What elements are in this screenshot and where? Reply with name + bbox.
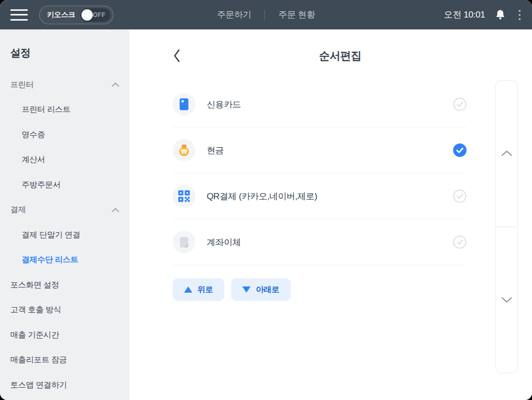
sidebar-item-sales-base-time[interactable]: 매출 기준시간 (10, 323, 119, 348)
sidebar-item-label: 주방주문서 (22, 180, 61, 190)
content-header: 순서편집 (173, 48, 508, 63)
check-circle-checked[interactable] (453, 143, 467, 157)
page-title: 순서편집 (319, 49, 361, 63)
topbar-nav: 주문하기 주문 현황 (217, 0, 315, 29)
chevron-up-icon (112, 83, 119, 87)
topbar-left: 키오스크 OFF (10, 6, 113, 24)
sidebar-item-terminal-connect[interactable]: 결제 단말기 연결 (10, 222, 119, 248)
switch-knob (81, 9, 93, 21)
scroll-down-button[interactable] (495, 227, 518, 374)
nav-divider (264, 10, 265, 20)
payment-method-label: 현금 (207, 145, 224, 156)
main-content: 순서편집 신용카드 ₩ 현금 (129, 29, 532, 400)
chevron-up-icon (112, 208, 119, 212)
sidebar-item-label: 결제 단말기 연결 (22, 230, 80, 241)
move-down-label: 아래로 (256, 284, 279, 295)
list-item-bank-transfer[interactable]: 계좌이체 (173, 219, 467, 265)
chevron-left-icon (173, 49, 181, 63)
sidebar-item-receipt[interactable]: 영수증 (10, 122, 119, 148)
sidebar-item-label: 프린터 리스트 (22, 104, 71, 115)
list-item-credit-card[interactable]: 신용카드 (173, 82, 467, 127)
nav-order-status-button[interactable]: 주문 현황 (278, 9, 315, 21)
check-circle-unchecked[interactable] (453, 235, 467, 249)
sidebar-section-payment[interactable]: 결제 (10, 198, 119, 223)
bell-icon[interactable] (494, 9, 506, 21)
sidebar-item-label: 결제수단 리스트 (22, 254, 78, 265)
scroll-down-icon (501, 297, 512, 303)
kiosk-toggle-label: 키오스크 (47, 10, 75, 20)
sidebar-item-bill[interactable]: 계산서 (10, 148, 119, 173)
topbar-right: 오전 10:01 (444, 9, 524, 21)
qr-code-icon (173, 185, 195, 207)
list-item-qr-payment[interactable]: QR결제 (카카오,네이버,제로) (173, 173, 467, 219)
sidebar-item-sales-report-lock[interactable]: 매출리포트 잠금 (10, 348, 119, 373)
payment-method-label: 신용카드 (207, 99, 241, 110)
scroll-control (495, 80, 518, 373)
sidebar-item-kitchen-order[interactable]: 주방주문서 (10, 172, 119, 198)
triangle-up-icon (184, 286, 192, 293)
move-up-button[interactable]: 위로 (173, 278, 224, 301)
clock-text: 오전 10:01 (444, 9, 485, 21)
svg-text:₩: ₩ (181, 148, 188, 155)
kebab-menu-icon[interactable] (516, 9, 524, 21)
scroll-up-button[interactable] (495, 80, 518, 227)
payment-method-label: QR결제 (카카오,네이버,제로) (207, 190, 317, 202)
sidebar-item-label: 계산서 (22, 154, 45, 165)
settings-sidebar: 설정 프린터 프린터 리스트 영수증 계산서 주방주문서 결제 결제 단말기 연… (0, 29, 129, 400)
kiosk-toggle[interactable]: 키오스크 OFF (39, 6, 113, 24)
check-circle-unchecked[interactable] (453, 98, 467, 111)
topbar: 키오스크 OFF 주문하기 주문 현황 오전 10:01 (0, 0, 532, 29)
back-button[interactable] (173, 49, 181, 63)
credit-card-icon (173, 93, 195, 116)
hamburger-menu-icon[interactable] (10, 9, 28, 21)
sidebar-item-label: 매출 기준시간 (10, 330, 59, 341)
list-item-cash[interactable]: ₩ 현금 (173, 127, 467, 173)
sidebar-item-label: 고객 호출 방식 (10, 305, 61, 315)
sidebar-item-customer-call[interactable]: 고객 호출 방식 (10, 298, 119, 323)
triangle-down-icon (242, 286, 251, 293)
bank-transfer-icon (173, 231, 195, 253)
sidebar-item-label: 영수증 (22, 130, 45, 140)
payment-method-label: 계좌이체 (207, 236, 241, 248)
sidebar-item-payment-method-list[interactable]: 결제수단 리스트 (10, 248, 119, 273)
scroll-up-icon (501, 150, 512, 156)
sidebar-section-label: 결제 (10, 204, 26, 215)
kiosk-switch[interactable]: OFF (80, 8, 110, 22)
reorder-buttons: 위로 아래로 (173, 278, 532, 301)
app-body: 설정 프린터 프린터 리스트 영수증 계산서 주방주문서 결제 결제 단말기 연… (0, 29, 532, 400)
sidebar-item-label: 토스앱 연결하기 (10, 380, 67, 391)
app-window: 키오스크 OFF 주문하기 주문 현황 오전 10:01 설정 프린 (0, 0, 532, 400)
money-bag-icon: ₩ (173, 139, 195, 162)
sidebar-item-label: 매출리포트 잠금 (10, 355, 67, 365)
check-circle-unchecked[interactable] (453, 189, 467, 203)
sidebar-section-printer[interactable]: 프린터 (10, 72, 119, 98)
switch-state-label: OFF (93, 11, 106, 19)
sidebar-item-printer-list[interactable]: 프린터 리스트 (10, 98, 119, 123)
payment-method-list: 신용카드 ₩ 현금 (173, 82, 467, 265)
sidebar-item-pos-screen[interactable]: 포스화면 설정 (10, 273, 119, 298)
sidebar-section-label: 프린터 (10, 79, 34, 90)
sidebar-item-label: 포스화면 설정 (10, 280, 59, 291)
sidebar-title: 설정 (10, 46, 119, 60)
move-down-button[interactable]: 아래로 (231, 278, 290, 301)
move-up-label: 위로 (197, 284, 213, 295)
sidebar-item-toss-app-connect[interactable]: 토스앱 연결하기 (10, 373, 119, 398)
nav-order-button[interactable]: 주문하기 (217, 9, 251, 21)
